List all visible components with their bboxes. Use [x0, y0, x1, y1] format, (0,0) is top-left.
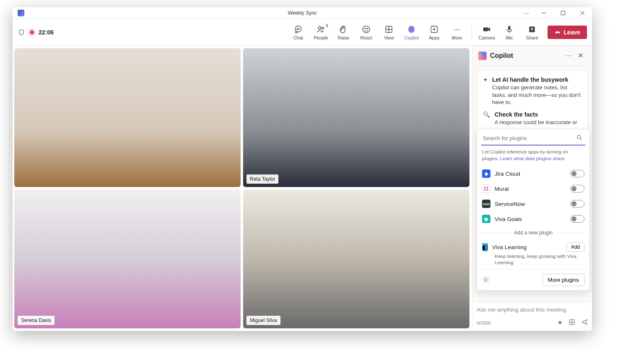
copilot-title: Copilot: [490, 52, 513, 60]
react-button[interactable]: React: [355, 24, 377, 40]
plugin-toggle[interactable]: [570, 170, 584, 177]
copilot-more-icon[interactable]: ···: [563, 50, 574, 62]
plugin-toggle[interactable]: [570, 215, 584, 223]
plugin-row-vivagoals: ◉ Viva Goals: [477, 211, 590, 226]
name-tag: Serena Davis: [18, 316, 55, 325]
leave-button[interactable]: Leave: [548, 26, 587, 39]
svg-point-9: [363, 26, 370, 33]
add-plugin-button[interactable]: Add: [566, 242, 584, 252]
apps-button[interactable]: Apps: [423, 24, 446, 40]
copilot-close-icon[interactable]: ✕: [574, 50, 586, 62]
grid-icon[interactable]: [569, 319, 575, 327]
raise-hand-button[interactable]: Raise: [332, 24, 355, 40]
plugin-panel: Let Copilot reference apps by turning on…: [477, 129, 590, 291]
hangup-icon: [554, 29, 561, 36]
titlebar-more-icon[interactable]: ···: [524, 10, 529, 16]
more-button[interactable]: ··· More: [446, 24, 468, 40]
info-item: 🔍 Check the facts A response could be in…: [483, 111, 582, 126]
view-icon: [385, 24, 393, 34]
mic-button[interactable]: Mic: [498, 24, 521, 40]
plugin-search-input[interactable]: [481, 132, 585, 146]
copilot-logo-icon: [478, 52, 487, 60]
name-tag: Miguel Silva: [246, 316, 280, 325]
svg-point-4: [295, 26, 301, 32]
send-icon[interactable]: [581, 319, 588, 327]
toolbar-right: Leave: [543, 26, 587, 39]
recording-time: 22:06: [39, 29, 54, 36]
share-button[interactable]: Share: [521, 24, 543, 40]
react-icon: [362, 24, 371, 34]
teams-app-icon: [18, 10, 24, 16]
svg-point-8: [322, 27, 324, 29]
raise-hand-icon: [339, 24, 348, 34]
sparkle-icon[interactable]: ✦: [557, 319, 563, 327]
chat-icon: [294, 24, 303, 34]
vivagoals-icon: ◉: [482, 215, 490, 223]
camera-icon: [482, 24, 491, 34]
window-controls: [534, 7, 592, 19]
video-tile[interactable]: Serena Davis: [14, 190, 241, 328]
meeting-title: Weekly Sync: [288, 10, 317, 16]
apps-icon: [430, 24, 438, 34]
plugin-toggle[interactable]: [570, 200, 584, 208]
content-area: Reta Taylor Serena Davis Miguel Silva Co…: [13, 46, 592, 331]
toolbar-left: 22:06: [18, 29, 54, 36]
video-grid: Reta Taylor Serena Davis Miguel Silva: [13, 46, 472, 331]
info-desc: A response could be inaccurate or: [495, 119, 577, 126]
people-button[interactable]: 9 People: [309, 24, 332, 40]
meeting-toolbar: 22:06 Chat 9 People Raise React V: [13, 19, 592, 46]
copilot-header: Copilot ··· ✕: [472, 46, 592, 66]
gear-icon[interactable]: [482, 276, 490, 283]
char-count: 0/2000: [477, 320, 491, 325]
plugin-footer: More plugins: [477, 269, 590, 290]
teams-meeting-window: Weekly Sync ··· 22:06 Chat 9 People: [13, 7, 592, 331]
shield-icon[interactable]: [18, 29, 25, 36]
close-button[interactable]: [573, 7, 592, 19]
video-tile[interactable]: Miguel Silva: [243, 190, 469, 328]
minimize-button[interactable]: [534, 7, 553, 19]
plugin-hint-link[interactable]: Learn what data plugins share: [500, 156, 565, 161]
people-icon: [316, 24, 325, 34]
info-desc: Copilot can generate notes, list tasks, …: [492, 84, 582, 106]
more-icon: ···: [453, 24, 461, 34]
more-plugins-button[interactable]: More plugins: [543, 274, 584, 286]
compose-footer: 0/2000 ✦: [477, 319, 588, 327]
view-button[interactable]: View: [377, 24, 400, 40]
plugin-suggestion: ◐ Viva Learning Add Keep learning, keep …: [477, 239, 590, 269]
svg-point-11: [367, 28, 368, 29]
toolbar-center: Chat 9 People Raise React View Copilo: [287, 24, 543, 40]
svg-point-21: [577, 135, 581, 139]
camera-button[interactable]: Camera: [475, 24, 498, 40]
mic-icon: [505, 24, 514, 34]
plugin-row-servicenow: now ServiceNow: [477, 196, 590, 211]
jira-icon: ◆: [482, 169, 490, 178]
video-tile[interactable]: [14, 48, 241, 187]
copilot-panel: Copilot ··· ✕ ✦ Let AI handle the busywo…: [472, 46, 592, 331]
name-tag: Reta Taylor: [246, 174, 278, 184]
plugin-row-jira: ◆ Jira Cloud: [477, 166, 590, 181]
maximize-button[interactable]: [553, 7, 573, 19]
copilot-button[interactable]: Copilot: [400, 24, 423, 40]
compose-placeholder: Ask me anything about this meeting: [477, 307, 588, 313]
svg-rect-1: [561, 11, 565, 15]
plugin-row-mural: ⵊⵊ Mural: [477, 181, 590, 196]
chat-button[interactable]: Chat: [287, 24, 309, 40]
copilot-icon: [407, 24, 416, 34]
info-title: Let AI handle the busywork: [492, 76, 582, 83]
servicenow-icon: now: [482, 200, 490, 208]
svg-point-23: [485, 279, 487, 281]
svg-point-10: [365, 28, 366, 29]
copilot-body: ✦ Let AI handle the busywork Copilot can…: [472, 66, 592, 302]
plugin-divider: Add a new plugin: [477, 226, 590, 239]
svg-rect-18: [483, 27, 488, 31]
people-count-badge: 9: [326, 23, 328, 28]
video-tile[interactable]: Reta Taylor: [243, 48, 469, 187]
plugin-toggle[interactable]: [570, 185, 584, 192]
copilot-compose[interactable]: Ask me anything about this meeting 0/200…: [472, 302, 592, 331]
sparkle-icon: ✦: [483, 76, 488, 106]
mural-icon: ⵊⵊ: [482, 185, 490, 193]
search-icon: [576, 134, 583, 141]
plugin-hint: Let Copilot reference apps by turning on…: [477, 146, 590, 166]
separator: [472, 24, 472, 39]
recording-icon: [29, 30, 34, 35]
